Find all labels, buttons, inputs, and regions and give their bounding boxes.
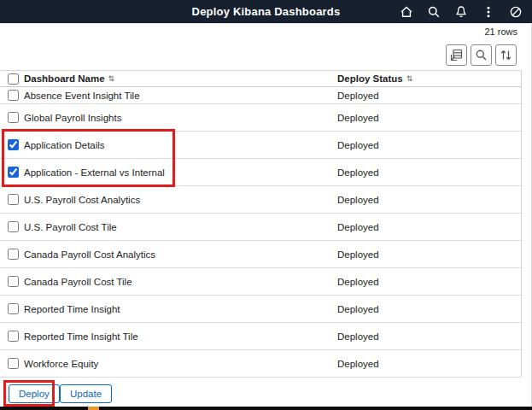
search-icon[interactable] <box>423 3 445 21</box>
update-button[interactable]: Update <box>60 384 112 403</box>
table-row[interactable]: U.S. Payroll Cost AnalyticsDeployed <box>0 186 521 214</box>
app-header: Deploy Kibana Dashboards <box>0 0 532 23</box>
deploy-status: Deployed <box>337 167 521 178</box>
download-grid-icon[interactable] <box>446 44 467 66</box>
dashboard-name: Global Payroll Insights <box>24 113 337 123</box>
dashboard-name: Canada Payroll Cost Analytics <box>24 249 337 260</box>
table-row[interactable]: Reported Time InsightDeployed <box>0 296 521 323</box>
dashboard-name: U.S. Payroll Cost Tile <box>24 222 337 232</box>
sort-icon[interactable]: ⇅ <box>108 74 115 83</box>
dashboard-name: Absence Event Insight Tile <box>24 91 337 101</box>
deploy-status: Deployed <box>337 304 521 314</box>
page: Deploy Kibana Dashboards <box>0 0 532 410</box>
blocked-icon[interactable] <box>505 3 527 21</box>
dashboard-name: Reported Time Insight <box>24 304 337 314</box>
notifications-icon[interactable] <box>450 3 472 21</box>
table-row[interactable]: Absence Event Insight TileDeployed <box>0 87 521 104</box>
table-row[interactable]: Application - External vs InternalDeploy… <box>0 159 521 186</box>
table-row[interactable]: Reported Time Insight TileDeployed <box>0 323 521 350</box>
dashboard-name: U.S. Payroll Cost Analytics <box>24 195 337 205</box>
deploy-status: Deployed <box>337 113 521 123</box>
row-count: 21 rows <box>484 26 517 37</box>
row-checkbox[interactable] <box>8 90 19 101</box>
column-header-deploy-status[interactable]: Deploy Status ⇅ <box>337 73 521 84</box>
dashboard-name: Canada Payroll Cost Tile <box>24 277 337 287</box>
table-header: Dashboard Name ⇅ Deploy Status ⇅ <box>0 71 521 87</box>
window-bottom-strip <box>0 407 532 410</box>
home-icon[interactable] <box>395 3 418 21</box>
dashboard-name: Application Details <box>24 140 337 150</box>
row-checkbox[interactable] <box>8 221 19 232</box>
row-checkbox[interactable] <box>8 331 19 342</box>
deploy-status: Deployed <box>337 140 521 150</box>
row-checkbox[interactable] <box>8 112 19 123</box>
row-checkbox[interactable] <box>8 303 19 314</box>
deploy-status: Deployed <box>337 195 521 205</box>
dashboard-name: Reported Time Insight Tile <box>24 331 337 342</box>
dashboard-table: Dashboard Name ⇅ Deploy Status ⇅ Absence… <box>0 70 522 377</box>
column-header-dashboard-name[interactable]: Dashboard Name ⇅ <box>24 73 337 84</box>
row-checkbox[interactable] <box>8 276 19 287</box>
header-actions <box>395 0 527 23</box>
dashboard-name: Workforce Equity <box>24 359 337 369</box>
table-row[interactable]: Application DetailsDeployed <box>0 132 521 159</box>
deploy-status: Deployed <box>337 359 521 369</box>
deploy-status: Deployed <box>337 222 521 232</box>
table-row[interactable]: Canada Payroll Cost TileDeployed <box>0 268 521 296</box>
table-row[interactable]: Global Payroll InsightsDeployed <box>0 104 521 132</box>
row-checkbox[interactable] <box>8 249 19 260</box>
table-row[interactable]: U.S. Payroll Cost TileDeployed <box>0 214 521 241</box>
deploy-status: Deployed <box>337 91 521 101</box>
row-checkbox[interactable] <box>8 139 19 150</box>
table-row[interactable]: Canada Payroll Cost AnalyticsDeployed <box>0 241 521 268</box>
row-checkbox[interactable] <box>8 167 19 178</box>
select-all-checkbox[interactable] <box>8 73 19 85</box>
grid-sort-icon[interactable] <box>495 44 517 66</box>
grid-toolbar <box>446 44 517 66</box>
more-options-icon[interactable] <box>477 3 500 21</box>
table-body: Absence Event Insight TileDeployedGlobal… <box>0 87 521 378</box>
deploy-status: Deployed <box>337 277 521 287</box>
sort-icon[interactable]: ⇅ <box>406 74 413 83</box>
deploy-status: Deployed <box>337 249 521 260</box>
deploy-button[interactable]: Deploy <box>9 384 60 403</box>
grid-search-icon[interactable] <box>471 44 492 66</box>
row-checkbox[interactable] <box>8 194 19 205</box>
deploy-status: Deployed <box>337 331 521 342</box>
taskbar-accent <box>88 407 99 410</box>
divider <box>0 23 532 24</box>
table-row[interactable]: Workforce EquityDeployed <box>0 350 521 378</box>
row-checkbox[interactable] <box>8 358 19 369</box>
dashboard-name: Application - External vs Internal <box>24 167 337 178</box>
